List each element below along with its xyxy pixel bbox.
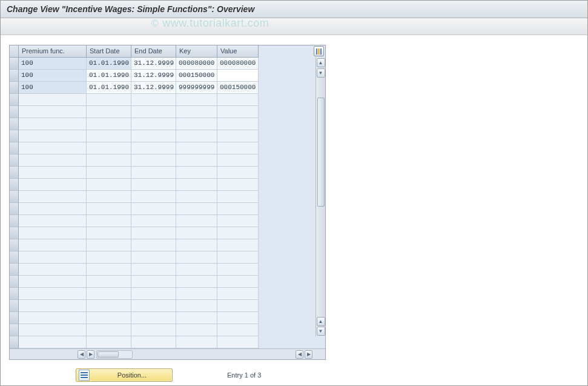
cell-start[interactable]: 01.01.1990 <box>87 82 131 94</box>
scroll-up-end-button[interactable]: ▲ <box>317 317 325 326</box>
col-header-value[interactable]: Value <box>217 45 259 58</box>
cell-start[interactable] <box>87 227 131 239</box>
row-selector[interactable] <box>10 179 19 191</box>
cell-value[interactable] <box>217 130 259 142</box>
row-selector[interactable] <box>10 251 19 264</box>
col-header-key[interactable]: Key <box>176 45 217 58</box>
scroll-down-end-button[interactable]: ▼ <box>317 327 325 336</box>
row-selector[interactable] <box>10 118 19 130</box>
row-selector[interactable] <box>10 227 19 239</box>
cell-start[interactable] <box>87 288 131 300</box>
cell-start[interactable]: 01.01.1990 <box>87 70 131 82</box>
cell-end[interactable]: 31.12.9999 <box>131 82 176 94</box>
cell-value[interactable]: 000080000 <box>217 58 259 70</box>
cell-start[interactable] <box>87 336 131 348</box>
row-selector[interactable] <box>10 58 19 70</box>
cell-start[interactable]: 01.01.1990 <box>87 58 131 70</box>
cell-value[interactable] <box>217 203 259 215</box>
row-selector[interactable] <box>10 312 19 324</box>
cell-end[interactable] <box>131 191 176 203</box>
row-selector[interactable] <box>10 155 19 167</box>
cell-end[interactable] <box>131 264 176 276</box>
cell-key[interactable] <box>176 300 217 312</box>
cell-value[interactable] <box>217 106 259 118</box>
hscroll-thumb[interactable] <box>97 351 119 358</box>
row-selector[interactable] <box>10 264 19 276</box>
cell-end[interactable] <box>131 336 176 348</box>
row-selector[interactable] <box>10 191 19 203</box>
cell-start[interactable] <box>87 106 131 118</box>
cell-premium[interactable] <box>19 191 87 203</box>
position-button[interactable]: Position... <box>76 368 173 382</box>
cell-end[interactable] <box>131 239 176 251</box>
cell-premium[interactable] <box>19 142 87 155</box>
col-header-premium[interactable]: Premium func. <box>19 45 87 58</box>
cell-premium[interactable]: 100 <box>19 70 87 82</box>
cell-start[interactable] <box>87 155 131 167</box>
cell-premium[interactable] <box>19 336 87 348</box>
row-selector[interactable] <box>10 276 19 288</box>
row-selector[interactable] <box>10 70 19 82</box>
cell-key[interactable] <box>176 130 217 142</box>
cell-key[interactable] <box>176 167 217 179</box>
vscroll-thumb[interactable] <box>317 98 325 207</box>
cell-key[interactable] <box>176 191 217 203</box>
cell-premium[interactable] <box>19 264 87 276</box>
cell-premium[interactable] <box>19 155 87 167</box>
cell-key[interactable]: 999999999 <box>176 82 217 94</box>
cell-end[interactable] <box>131 106 176 118</box>
cell-key[interactable] <box>176 239 217 251</box>
cell-key[interactable] <box>176 264 217 276</box>
cell-premium[interactable] <box>19 276 87 288</box>
cell-value[interactable] <box>217 324 259 336</box>
cell-end[interactable] <box>131 94 176 106</box>
cell-end[interactable]: 31.12.9999 <box>131 70 176 82</box>
cell-start[interactable] <box>87 130 131 142</box>
cell-end[interactable] <box>131 167 176 179</box>
cell-key[interactable] <box>176 179 217 191</box>
row-selector[interactable] <box>10 130 19 142</box>
cell-value[interactable] <box>217 94 259 106</box>
row-selector[interactable] <box>10 300 19 312</box>
row-selector[interactable] <box>10 142 19 155</box>
cell-value[interactable] <box>217 70 259 82</box>
cell-key[interactable] <box>176 227 217 239</box>
cell-premium[interactable] <box>19 288 87 300</box>
cell-premium[interactable] <box>19 106 87 118</box>
cell-value[interactable] <box>217 142 259 155</box>
hscroll-left-button[interactable]: ◀ <box>78 350 85 359</box>
cell-end[interactable] <box>131 203 176 215</box>
cell-end[interactable] <box>131 142 176 155</box>
cell-key[interactable] <box>176 215 217 227</box>
cell-end[interactable] <box>131 288 176 300</box>
cell-value[interactable] <box>217 276 259 288</box>
cell-key[interactable]: 000080000 <box>176 58 217 70</box>
cell-end[interactable] <box>131 155 176 167</box>
cell-premium[interactable] <box>19 300 87 312</box>
cell-value[interactable] <box>217 264 259 276</box>
cell-start[interactable] <box>87 324 131 336</box>
row-selector[interactable] <box>10 94 19 106</box>
cell-value[interactable] <box>217 155 259 167</box>
row-selector[interactable] <box>10 288 19 300</box>
cell-key[interactable] <box>176 155 217 167</box>
col-header-end-date[interactable]: End Date <box>131 45 176 58</box>
cell-start[interactable] <box>87 167 131 179</box>
cell-start[interactable] <box>87 239 131 251</box>
cell-start[interactable] <box>87 94 131 106</box>
cell-key[interactable] <box>176 336 217 348</box>
row-selector[interactable] <box>10 324 19 336</box>
cell-value[interactable] <box>217 179 259 191</box>
row-selector[interactable] <box>10 239 19 251</box>
cell-premium[interactable] <box>19 227 87 239</box>
cell-start[interactable] <box>87 312 131 324</box>
cell-key[interactable] <box>176 94 217 106</box>
cell-value[interactable] <box>217 300 259 312</box>
row-selector[interactable] <box>10 106 19 118</box>
row-selector[interactable] <box>10 215 19 227</box>
scroll-up-button[interactable]: ▲ <box>317 58 325 67</box>
cell-value[interactable] <box>217 239 259 251</box>
table-settings-button[interactable] <box>314 46 324 56</box>
cell-start[interactable] <box>87 215 131 227</box>
cell-end[interactable] <box>131 179 176 191</box>
